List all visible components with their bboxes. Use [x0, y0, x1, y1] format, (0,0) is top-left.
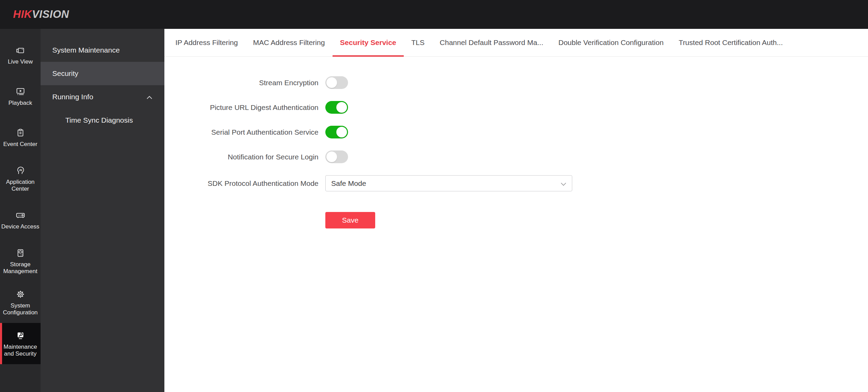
storage-management-icon — [15, 247, 26, 259]
secondary-sidebar: System Maintenance Security Running Info… — [41, 29, 164, 392]
toggle-knob — [336, 127, 347, 137]
rail-item-live-view[interactable]: Live View — [0, 34, 41, 76]
rail-item-device-access[interactable]: Device Access — [0, 199, 41, 240]
primary-nav-rail: Live View Playback Event Center — [0, 29, 41, 392]
sdk-protocol-authentication-mode-select[interactable]: Safe Mode — [325, 175, 572, 191]
subnav-item-security[interactable]: Security — [41, 62, 164, 85]
maintenance-security-icon — [15, 330, 26, 341]
sdk-protocol-authentication-mode-label: SDK Protocol Authentication Mode — [164, 179, 318, 188]
playback-icon — [15, 86, 26, 97]
toggle-knob — [326, 152, 337, 162]
tab-bar: IP Address Filtering MAC Address Filteri… — [164, 29, 868, 57]
application-center-icon: AI — [15, 165, 26, 176]
tab-trusted-root-certification[interactable]: Trusted Root Certification Auth... — [671, 29, 791, 56]
save-row: Save — [164, 212, 868, 228]
serial-port-authentication-service-label: Serial Port Authentication Service — [164, 128, 318, 136]
chevron-down-icon — [561, 179, 566, 188]
notification-for-secure-login-label: Notification for Secure Login — [164, 153, 318, 161]
tab-double-verification-configuration[interactable]: Double Verification Configuration — [551, 29, 671, 56]
tab-channel-default-password[interactable]: Channel Default Password Ma... — [432, 29, 551, 56]
toggle-knob — [326, 77, 337, 88]
logo-hik: HIK — [13, 8, 32, 21]
svg-text:AI: AI — [19, 168, 22, 172]
security-service-form: Stream Encryption Picture URL Digest Aut… — [164, 57, 868, 228]
subnav-item-label: Running Info — [52, 93, 93, 101]
tab-mac-address-filtering[interactable]: MAC Address Filtering — [246, 29, 333, 56]
serial-port-authentication-service-toggle[interactable] — [325, 126, 348, 138]
tab-ip-address-filtering[interactable]: IP Address Filtering — [168, 29, 246, 56]
subnav-item-system-maintenance[interactable]: System Maintenance — [41, 38, 164, 62]
rail-item-storage-management[interactable]: Storage Management — [0, 240, 41, 282]
subnav-item-label: Time Sync Diagnosis — [65, 116, 133, 124]
main-panel: IP Address Filtering MAC Address Filteri… — [164, 29, 868, 392]
form-row-stream-encryption: Stream Encryption — [164, 76, 868, 89]
toggle-knob — [336, 102, 347, 113]
picture-url-digest-authentication-toggle[interactable] — [325, 101, 348, 114]
tab-security-service[interactable]: Security Service — [333, 29, 404, 56]
select-value: Safe Mode — [331, 179, 366, 188]
rail-item-system-configuration[interactable]: System Configuration — [0, 282, 41, 323]
rail-item-label: Maintenance and Security — [1, 344, 40, 357]
rail-item-maintenance-and-security[interactable]: Maintenance and Security — [0, 323, 41, 364]
form-row-picture-url-digest-authentication: Picture URL Digest Authentication — [164, 101, 868, 114]
system-configuration-icon — [15, 289, 26, 300]
rail-item-event-center[interactable]: Event Center — [0, 117, 41, 158]
rail-item-application-center[interactable]: AI Application Center — [0, 158, 41, 199]
rail-item-label: Storage Management — [1, 261, 40, 275]
live-view-icon — [15, 45, 26, 56]
subnav-item-label: System Maintenance — [52, 46, 120, 54]
subnav-item-time-sync-diagnosis[interactable]: Time Sync Diagnosis — [41, 109, 164, 132]
logo-vision: VISION — [32, 8, 69, 21]
device-access-icon — [15, 210, 26, 221]
event-center-icon — [15, 127, 26, 138]
rail-item-label: System Configuration — [1, 302, 40, 316]
picture-url-digest-authentication-label: Picture URL Digest Authentication — [164, 103, 318, 112]
topbar: HIKVISION — [0, 0, 868, 29]
rail-item-label: Device Access — [1, 223, 40, 230]
form-row-sdk-protocol-authentication-mode: SDK Protocol Authentication Mode Safe Mo… — [164, 175, 868, 191]
rail-item-label: Playback — [1, 100, 40, 107]
form-row-notification-for-secure-login: Notification for Secure Login — [164, 150, 868, 163]
subnav-item-running-info[interactable]: Running Info — [41, 85, 164, 109]
notification-for-secure-login-toggle[interactable] — [325, 150, 348, 163]
rail-item-label: Live View — [1, 58, 40, 65]
stream-encryption-toggle[interactable] — [325, 76, 348, 89]
chevron-up-icon — [147, 93, 152, 101]
hikvision-logo: HIKVISION — [13, 8, 69, 21]
form-row-serial-port-authentication-service: Serial Port Authentication Service — [164, 126, 868, 138]
rail-item-label: Event Center — [1, 141, 40, 148]
stream-encryption-label: Stream Encryption — [164, 79, 318, 87]
subnav-item-label: Security — [52, 69, 78, 78]
tab-tls[interactable]: TLS — [404, 29, 432, 56]
rail-item-playback[interactable]: Playback — [0, 76, 41, 117]
save-button[interactable]: Save — [325, 212, 375, 228]
rail-item-label: Application Center — [1, 179, 40, 192]
